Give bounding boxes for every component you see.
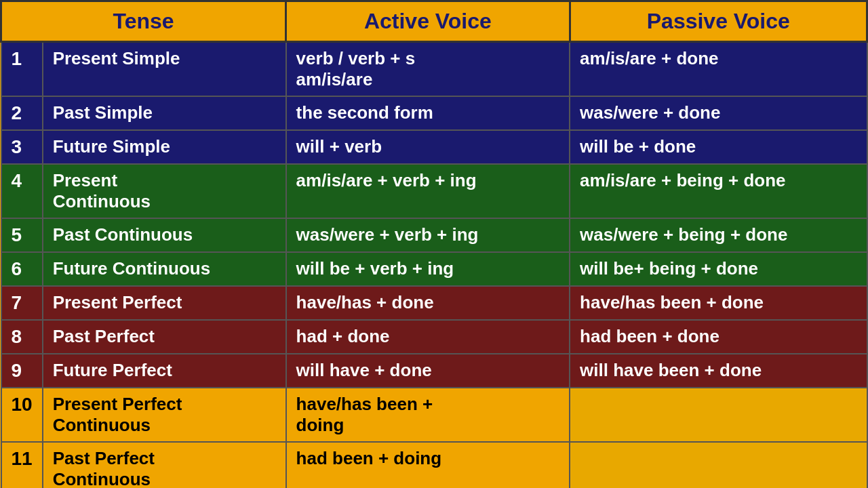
row-number: 4 <box>1 164 43 218</box>
row-tense: Past Perfect Continuous <box>43 442 286 488</box>
row-active: was/were + verb + ing <box>286 218 570 252</box>
row-passive <box>570 442 867 488</box>
table-row: 8Past Perfecthad + donehad been + done <box>1 320 867 354</box>
row-active: had + done <box>286 320 570 354</box>
row-number: 10 <box>1 388 43 442</box>
row-active: will + verb <box>286 130 570 164</box>
row-tense: Past Perfect <box>43 320 286 354</box>
row-number: 9 <box>1 354 43 388</box>
row-passive: was/were + being + done <box>570 218 867 252</box>
row-active: verb / verb + s am/is/are <box>286 42 570 97</box>
row-tense: Present Simple <box>43 42 286 97</box>
table-row: 9Future Perfectwill have + donewill have… <box>1 354 867 388</box>
row-passive: have/has been + done <box>570 286 867 320</box>
row-tense: Future Continuous <box>43 252 286 286</box>
row-passive: will have been + done <box>570 354 867 388</box>
row-number: 5 <box>1 218 43 252</box>
row-active: the second form <box>286 96 570 130</box>
row-tense: Present Perfect Continuous <box>43 388 286 442</box>
table-row: 10Present Perfect Continuoushave/has bee… <box>1 388 867 442</box>
row-number: 6 <box>1 252 43 286</box>
row-number: 1 <box>1 42 43 97</box>
row-number: 11 <box>1 442 43 488</box>
row-passive: was/were + done <box>570 96 867 130</box>
row-tense: Present Continuous <box>43 164 286 218</box>
row-active: will be + verb + ing <box>286 252 570 286</box>
table-row: 2Past Simplethe second formwas/were + do… <box>1 96 867 130</box>
row-passive: will be + done <box>570 130 867 164</box>
row-tense: Present Perfect <box>43 286 286 320</box>
row-active: am/is/are + verb + ing <box>286 164 570 218</box>
table-row: 4Present Continuousam/is/are + verb + in… <box>1 164 867 218</box>
row-active: have/has + done <box>286 286 570 320</box>
table-row: 3Future Simplewill + verbwill be + done <box>1 130 867 164</box>
row-number: 3 <box>1 130 43 164</box>
row-tense: Future Perfect <box>43 354 286 388</box>
row-passive <box>570 388 867 442</box>
table-row: 5Past Continuouswas/were + verb + ingwas… <box>1 218 867 252</box>
header-tense: Tense <box>1 1 286 42</box>
row-tense: Past Simple <box>43 96 286 130</box>
table-row: 11Past Perfect Continuoushad been + doin… <box>1 442 867 488</box>
table-row: 1Present Simpleverb / verb + s am/is/are… <box>1 42 867 97</box>
row-number: 2 <box>1 96 43 130</box>
row-number: 7 <box>1 286 43 320</box>
row-passive: am/is/are + done <box>570 42 867 97</box>
header-active: Active Voice <box>286 1 570 42</box>
row-tense: Future Simple <box>43 130 286 164</box>
row-tense: Past Continuous <box>43 218 286 252</box>
row-active: have/has been + doing <box>286 388 570 442</box>
table-row: 6Future Continuouswill be + verb + ingwi… <box>1 252 867 286</box>
row-passive: had been + done <box>570 320 867 354</box>
row-active: had been + doing <box>286 442 570 488</box>
header-passive: Passive Voice <box>570 1 867 42</box>
row-active: will have + done <box>286 354 570 388</box>
row-passive: am/is/are + being + done <box>570 164 867 218</box>
row-number: 8 <box>1 320 43 354</box>
row-passive: will be+ being + done <box>570 252 867 286</box>
table-row: 7Present Perfecthave/has + donehave/has … <box>1 286 867 320</box>
